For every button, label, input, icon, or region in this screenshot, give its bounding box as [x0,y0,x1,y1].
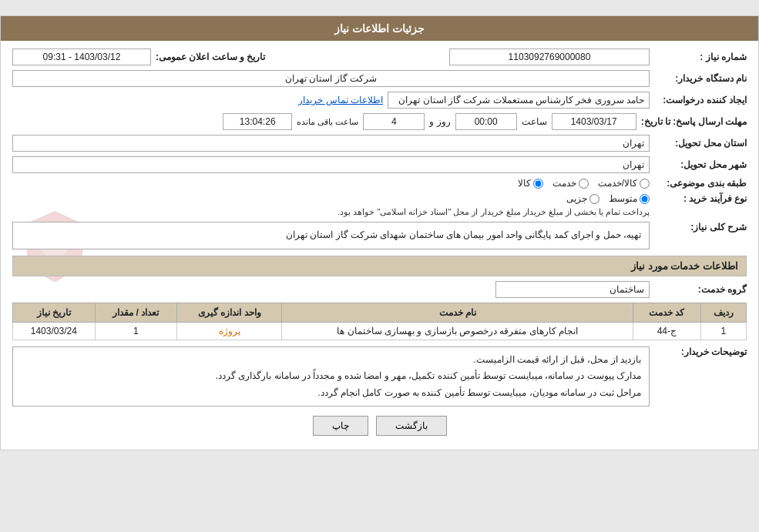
buyer-org-label: نام دستگاه خریدار: [654,73,747,84]
category-label-kala-khedmat: کالا/خدمت [598,178,637,189]
category-option-kala[interactable]: کالا [518,178,543,189]
category-radio-kala[interactable] [533,179,543,189]
col-header-date: تاریخ نیاز [13,303,96,322]
province-value: تهران [12,135,650,152]
col-header-row: ردیف [700,303,746,322]
buyer-org-row: نام دستگاه خریدار: شرکت گاز استان تهران [12,70,747,87]
creator-label: ایجاد کننده درخواست: [654,95,747,105]
col-header-code: کد خدمت [633,303,701,322]
buyer-notes-value: بازدید از محل، قبل از ارائه قیمت الزامیس… [12,346,650,407]
description-value: تهیه، حمل و اجرای کمد پایگانی واحد امور … [12,222,650,249]
buyer-notes-label: توضیحات خریدار: [654,346,747,357]
process-radio-group: متوسط جزیی [12,193,650,204]
process-option-jozii[interactable]: جزیی [566,193,599,204]
creator-row: ایجاد کننده درخواست: حامد سروری فخر کارش… [12,92,747,109]
deadline-remaining: 13:04:26 [223,113,292,130]
city-value: تهران [12,156,650,173]
process-label-jozii: جزیی [566,193,587,204]
services-section-header: اطلاعات خدمات مورد نیاز [12,256,747,276]
col-header-qty: تعداد / مقدار [95,303,176,322]
need-number-value: 1103092769000080 [449,49,650,65]
city-row: شهر محل تحویل: تهران [12,156,747,173]
category-radio-group: کالا/خدمت خدمت کالا [518,178,650,189]
page-wrapper: جزئیات اطلاعات نیاز ★ شماره نیاز : 11030… [0,15,759,450]
announcement-value: 1403/03/12 - 09:31 [12,49,151,65]
buyer-notes-row: توضیحات خریدار: بازدید از محل، قبل از ار… [12,346,747,407]
remaining-label: ساعت باقی مانده [297,117,358,127]
province-label: استان محل تحویل: [654,138,747,149]
deadline-day-label: روز و [429,116,450,127]
button-row: بازگشت چاپ [12,416,747,436]
buyer-org-value: شرکت گاز استان تهران [12,70,650,87]
need-number-row: شماره نیاز : 1103092769000080 تاریخ و سا… [12,49,747,65]
back-button[interactable]: بازگشت [376,416,447,436]
deadline-row: مهلت ارسال پاسخ: تا تاریخ: 1403/03/17 سا… [12,113,747,130]
services-table: ردیف کد خدمت نام خدمت واحد اندازه گیری ت… [12,303,747,340]
process-label-motaset: متوسط [609,193,637,204]
province-row: استان محل تحویل: تهران [12,135,747,152]
category-radio-kala-khedmat[interactable] [640,179,650,189]
description-label: شرح کلی نیاز: [654,222,747,233]
deadline-day-count: 4 [363,113,425,130]
category-label: طبقه بندی موضوعی: [654,178,747,189]
process-label: نوع فرآیند خرید : [654,193,747,204]
page-title: جزئیات اطلاعات نیاز [1,16,758,41]
need-number-label: شماره نیاز : [654,52,747,62]
deadline-label: مهلت ارسال پاسخ: تا تاریخ: [641,116,747,127]
process-row: نوع فرآیند خرید : متوسط جزیی پرداخت تمام… [12,193,747,217]
category-label-khedmat: خدمت [552,178,576,189]
description-row: شرح کلی نیاز: تهیه، حمل و اجرای کمد پایگ… [12,222,747,249]
category-radio-khedmat[interactable] [579,179,589,189]
process-option-motaset[interactable]: متوسط [609,193,650,204]
city-label: شهر محل تحویل: [654,159,747,170]
category-row: طبقه بندی موضوعی: کالا/خدمت خدمت کالا [12,178,747,189]
deadline-time: 00:00 [455,113,517,130]
col-header-unit: واحد اندازه گیری [177,303,282,322]
contact-link[interactable]: اطلاعات تماس خریدار [298,95,383,105]
deadline-time-label: ساعت [522,116,547,127]
table-row: 1ج-44انجام کارهای متفرقه درخصوص بازسازی … [13,322,747,340]
process-radio-motaset[interactable] [640,194,650,204]
service-group-label: گروه خدمت: [654,284,747,295]
process-radio-jozii[interactable] [589,194,599,204]
content-area: ★ شماره نیاز : 1103092769000080 تاریخ و … [1,41,758,450]
print-button[interactable]: چاپ [313,416,368,436]
creator-value: حامد سروری فخر کارشناس مستعملات شرکت گاز… [388,92,650,109]
service-group-value: ساختمان [495,281,650,298]
col-header-name: نام خدمت [282,303,633,322]
category-label-kala: کالا [518,178,531,189]
deadline-date: 1403/03/17 [552,113,636,130]
announcement-label: تاریخ و ساعت اعلان عمومی: [156,52,265,62]
content-inner: شماره نیاز : 1103092769000080 تاریخ و سا… [12,49,747,436]
service-group-row: گروه خدمت: ساختمان [12,281,747,298]
process-note: پرداخت تمام یا بخشی از مبلغ خریدار مبلغ … [12,207,650,217]
category-option-khedmat[interactable]: خدمت [552,178,589,189]
category-option-kala-khedmat[interactable]: کالا/خدمت [598,178,650,189]
